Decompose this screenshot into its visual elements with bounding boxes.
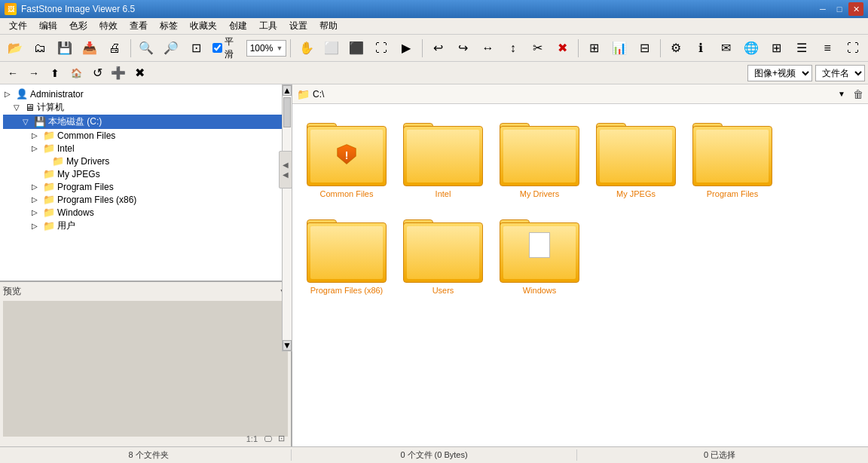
panel-collapse-button[interactable]: ◀ ◀ (279, 151, 292, 189)
expand-icon[interactable]: ▷ (32, 195, 41, 204)
tree-item-intel[interactable]: ▷ 📁 Intel (3, 142, 288, 155)
tb-web-button[interactable]: 🌐 (739, 37, 763, 60)
menu-settings[interactable]: 设置 (283, 18, 313, 34)
maximize-button[interactable]: □ (832, 2, 847, 16)
tree-label: Common Files (57, 130, 115, 141)
tb-compare-button[interactable]: ⊟ (633, 37, 656, 60)
tree-item-program-files-x86[interactable]: ▷ 📁 Program Files (x86) (3, 193, 288, 206)
scroll-up-button[interactable]: ▲ (283, 85, 292, 96)
menu-tools[interactable]: 工具 (253, 18, 283, 34)
tree-item-local-disk-c[interactable]: ▽ 💾 本地磁盘 (C:) (3, 115, 288, 129)
menu-effects[interactable]: 特效 (93, 18, 124, 34)
menu-color[interactable]: 色彩 (63, 18, 93, 34)
expand-icon[interactable]: ▷ (32, 131, 41, 140)
nav-add-button[interactable]: ➕ (108, 64, 128, 82)
tb-slideshow-button[interactable]: ▶ (395, 37, 418, 60)
menu-file[interactable]: 文件 (3, 18, 33, 34)
user-icon: 👤 (16, 88, 28, 100)
tb-fit-button[interactable]: ⬜ (319, 37, 343, 60)
tree-item-administrator[interactable]: ▷ 👤 Administrator (3, 87, 288, 100)
menu-create[interactable]: 创建 (223, 18, 253, 34)
menu-favorites[interactable]: 收藏夹 (184, 18, 223, 34)
computer-icon: 🖥 (25, 102, 35, 113)
address-clear-button[interactable]: 🗑 (853, 88, 863, 100)
tb-delete-button[interactable]: ✖ (551, 37, 574, 60)
close-button[interactable]: ✕ (848, 2, 863, 16)
tb-info-button[interactable]: ℹ (689, 37, 713, 60)
tb-fit-width-button[interactable]: ⬛ (344, 37, 368, 60)
tb-mail-button[interactable]: ✉ (714, 37, 738, 60)
tree-item-common-files[interactable]: ▷ 📁 Common Files (3, 129, 288, 142)
scroll-down-button[interactable]: ▼ (283, 340, 292, 351)
tb-rotate-right-button[interactable]: ↪ (451, 37, 475, 60)
folder-item-common-files[interactable]: ! Common Files (301, 113, 392, 204)
nav-back-button[interactable]: ← (3, 64, 23, 82)
nav-delete-button[interactable]: ✖ (130, 64, 149, 82)
expand-icon[interactable]: ▷ (32, 144, 41, 152)
tb-flip-v-button[interactable]: ↕ (501, 37, 524, 60)
expand-icon[interactable]: ▷ (5, 90, 14, 98)
zoom-input[interactable]: 100% ▼ (246, 40, 287, 57)
menu-tags[interactable]: 标签 (154, 18, 184, 34)
tree-scrollbar[interactable]: ▲ ▼ (282, 84, 292, 351)
address-dropdown-button[interactable]: ▼ (838, 90, 845, 98)
folder-item-users[interactable]: Users (398, 210, 488, 300)
expand-icon[interactable]: ▽ (14, 103, 23, 112)
expand-icon[interactable]: ▽ (23, 118, 32, 126)
fit-size-icon[interactable]: ⊡ (278, 434, 285, 443)
expand-icon[interactable]: ▷ (32, 208, 41, 216)
tb-zoom-in-button[interactable]: 🔍 (135, 37, 158, 60)
folder-tree: ▷ 👤 Administrator ▽ 🖥 计算机 ▽ 💾 本地磁盘 (C:) … (0, 84, 291, 281)
tb-rotate-left-button[interactable]: ↩ (426, 37, 450, 60)
menu-edit[interactable]: 编辑 (33, 18, 63, 34)
folder-item-intel[interactable]: Intel (398, 113, 488, 204)
tb-view-list-button[interactable]: ☰ (790, 37, 814, 60)
tb-histogram-button[interactable]: 📊 (608, 37, 631, 60)
svg-text:!: ! (345, 149, 349, 161)
nav-home-button[interactable]: 🏠 (66, 64, 86, 82)
tb-crop-button[interactable]: ✂ (526, 37, 549, 60)
folder-item-program-files-x86[interactable]: Program Files (x86) (301, 210, 392, 300)
tree-item-users[interactable]: ▷ 📁 用户 (3, 219, 288, 233)
folder-item-windows[interactable]: Windows (494, 210, 585, 300)
expand-icon[interactable]: ▷ (32, 182, 41, 191)
tb-open-file-button[interactable]: 📂 (3, 37, 26, 60)
smooth-checkbox[interactable] (212, 43, 222, 53)
tb-save-button[interactable]: 💾 (53, 37, 76, 60)
tb-flip-h-button[interactable]: ↔ (476, 37, 500, 60)
tb-view-grid-button[interactable]: ⊞ (764, 37, 788, 60)
tree-item-my-jpegs[interactable]: 📁 My JPEGs (3, 167, 288, 180)
toolbar-sep-3 (422, 39, 423, 57)
tree-item-windows[interactable]: ▷ 📁 Windows (3, 206, 288, 219)
tb-contact-sheet-button[interactable]: ⊞ (582, 37, 606, 60)
nav-refresh-button[interactable]: ↺ (87, 64, 107, 82)
tb-zoom-reset-button[interactable]: ⊡ (185, 37, 208, 60)
tb-settings-button[interactable]: ⚙ (665, 37, 688, 60)
tree-item-program-files[interactable]: ▷ 📁 Program Files (3, 180, 288, 193)
tb-print-button[interactable]: 🖨 (102, 37, 126, 60)
scroll-thumb[interactable] (283, 97, 291, 127)
folder-label: Program Files (x86) (310, 286, 384, 295)
fit-screen-icon[interactable]: 🖵 (264, 434, 272, 443)
tree-item-my-drivers[interactable]: 📁 My Drivers (3, 155, 288, 167)
minimize-button[interactable]: ─ (815, 2, 830, 16)
tb-hand-button[interactable]: ✋ (295, 37, 318, 60)
tree-item-computer[interactable]: ▽ 🖥 计算机 (3, 100, 288, 115)
sort-select[interactable]: 文件名 (815, 65, 865, 81)
nav-up-button[interactable]: ⬆ (45, 64, 65, 82)
tb-browse-button[interactable]: 🗂 (28, 37, 51, 60)
folder-item-my-jpegs[interactable]: My JPEGs (591, 113, 681, 204)
tb-fullscreen-button[interactable]: ⛶ (370, 37, 393, 60)
folder-item-program-files[interactable]: Program Files (687, 113, 778, 204)
menu-view[interactable]: 查看 (124, 18, 154, 34)
smooth-checkbox-area[interactable]: 平滑 (209, 35, 245, 61)
expand-icon[interactable]: ▷ (32, 222, 41, 230)
tb-save-as-button[interactable]: 📥 (78, 37, 101, 60)
folder-item-my-drivers[interactable]: My Drivers (494, 113, 585, 204)
tb-view-detail-button[interactable]: ≡ (815, 37, 839, 60)
nav-forward-button[interactable]: → (24, 64, 44, 82)
view-filter-select[interactable]: 图像+视频 (747, 65, 812, 81)
tb-zoom-out-button[interactable]: 🔎 (160, 37, 183, 60)
menu-help[interactable]: 帮助 (313, 18, 344, 34)
tb-fullscreen2-button[interactable]: ⛶ (841, 37, 865, 60)
